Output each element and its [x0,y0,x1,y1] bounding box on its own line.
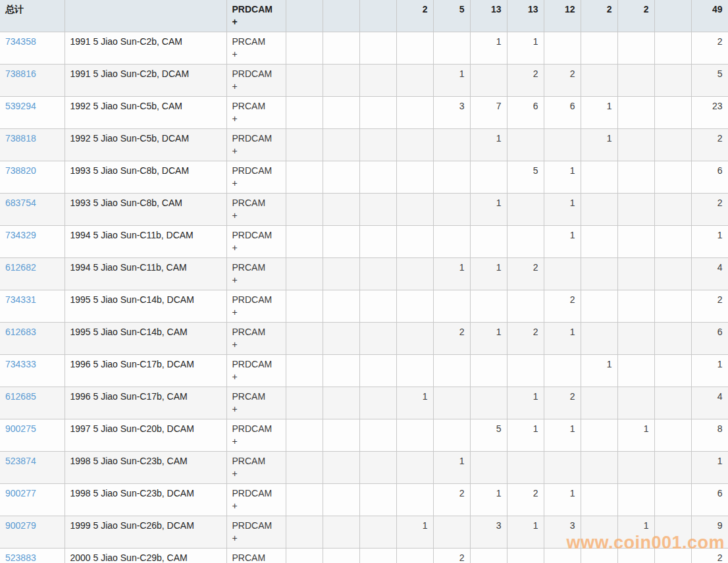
value-cell: 1 [470,258,507,290]
value-cell: 1 [617,419,654,452]
id-cell: 734329 [0,226,65,258]
description-cell: 1995 5 Jiao Sun-C14b, CAM [65,323,226,355]
value-cell [433,226,470,258]
value-cell [323,484,359,516]
description-cell: 1998 5 Jiao Sun-C23b, CAM [65,452,226,484]
row-total-cell: 2 [691,549,728,563]
value-cell [617,452,654,484]
coin-id-link[interactable]: 734333 [5,359,36,369]
value-cell [286,161,323,194]
value-cell: 1 [544,194,581,226]
value-cell: 1 [544,484,581,516]
value-cell [433,194,470,226]
value-cell [323,258,359,290]
value-cell: 1 [433,65,470,97]
value-cell [433,387,470,419]
value-cell [581,258,617,290]
table-row: 6126851996 5 Jiao Sun-C17b, CAMPRCAM+112… [0,387,728,419]
id-cell: 612685 [0,387,65,419]
coin-id-link[interactable]: 900279 [5,520,36,531]
header-count: 2 [581,0,617,32]
value-cell [286,129,323,161]
value-cell [654,355,691,387]
value-cell [359,194,396,226]
table-body: 7343581991 5 Jiao Sun-C2b, CAMPRCAM+1127… [0,32,728,563]
id-cell: 523883 [0,549,65,563]
value-cell [507,226,544,258]
value-cell [359,129,396,161]
coin-id-link[interactable]: 683754 [5,198,36,208]
grade-cell: PRDCAM+ [226,290,286,323]
header-description-label [65,0,226,32]
value-cell [286,355,323,387]
value-cell [396,323,433,355]
value-cell [581,290,617,323]
grade-cell: PRCAM+ [226,97,286,129]
value-cell [396,258,433,290]
value-cell [617,387,654,419]
value-cell [286,549,323,563]
coin-id-link[interactable]: 612685 [5,391,36,402]
header-count [359,0,396,32]
coin-id-link[interactable]: 734331 [5,294,36,305]
value-cell [286,226,323,258]
description-cell: 1991 5 Jiao Sun-C2b, CAM [65,32,226,65]
coin-id-link[interactable]: 734358 [5,36,36,47]
value-cell: 6 [544,97,581,129]
value-cell [544,129,581,161]
value-cell [654,194,691,226]
coin-id-link[interactable]: 734329 [5,230,36,240]
table-row: 7388161991 5 Jiao Sun-C2b, DCAMPRDCAM+12… [0,65,728,97]
value-cell [396,290,433,323]
value-cell [396,549,433,563]
coin-id-link[interactable]: 539294 [5,101,36,111]
value-cell [359,419,396,452]
value-cell [286,323,323,355]
value-cell [470,226,507,258]
value-cell [581,452,617,484]
value-cell: 2 [507,323,544,355]
value-cell [654,290,691,323]
value-cell [396,129,433,161]
value-cell [323,387,359,419]
header-count: 12 [544,0,581,32]
value-cell: 2 [544,65,581,97]
value-cell: 3 [433,97,470,129]
value-cell [581,65,617,97]
coin-id-link[interactable]: 523874 [5,456,36,466]
table-row: 9002791999 5 Jiao Sun-C26b, DCAMPRDCAM+1… [0,516,728,549]
value-cell [617,290,654,323]
header-count: 13 [470,0,507,32]
id-cell: 900277 [0,484,65,516]
value-cell [286,290,323,323]
table-row: 6837541993 5 Jiao Sun-C8b, CAMPRCAM+112 [0,194,728,226]
value-cell [470,355,507,387]
value-cell [359,161,396,194]
coin-id-link[interactable]: 900277 [5,488,36,498]
value-cell [654,516,691,549]
value-cell [581,161,617,194]
coin-id-link[interactable]: 523883 [5,552,36,563]
coin-id-link[interactable]: 738820 [5,165,36,176]
value-cell: 6 [507,97,544,129]
value-cell [286,194,323,226]
coin-id-link[interactable]: 612682 [5,262,36,273]
value-cell: 1 [433,452,470,484]
value-cell [654,258,691,290]
value-cell: 1 [470,194,507,226]
coin-id-link[interactable]: 612683 [5,327,36,337]
coin-id-link[interactable]: 738816 [5,68,36,79]
description-cell: 1992 5 Jiao Sun-C5b, CAM [65,97,226,129]
coin-id-link[interactable]: 900275 [5,423,36,434]
value-cell [581,226,617,258]
id-cell: 900275 [0,419,65,452]
grade-cell: PRDCAM+ [226,355,286,387]
coin-id-link[interactable]: 738818 [5,133,36,144]
value-cell [396,419,433,452]
id-cell: 612682 [0,258,65,290]
value-cell [359,516,396,549]
header-count: 2 [617,0,654,32]
row-total-cell: 1 [691,226,728,258]
value-cell: 1 [470,484,507,516]
value-cell [323,290,359,323]
